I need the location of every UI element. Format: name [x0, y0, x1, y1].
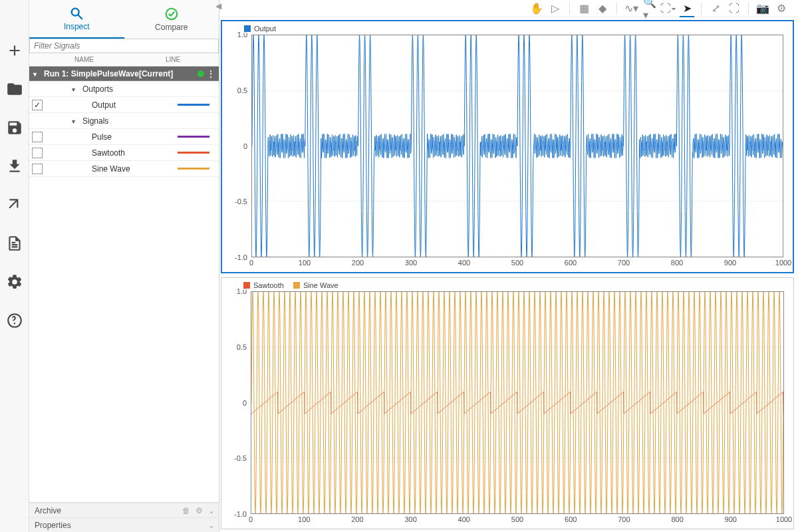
- signal-row-pulse[interactable]: Pulse: [29, 129, 219, 145]
- clear-plot-icon[interactable]: ◆: [597, 3, 608, 15]
- open-folder-icon[interactable]: [4, 78, 25, 100]
- import-icon[interactable]: [4, 156, 25, 177]
- signal-browser-panel: Inspect Compare NAME LINE Run 1: SimpleP…: [29, 0, 219, 532]
- column-name[interactable]: NAME: [43, 56, 166, 63]
- signal-columns-header: NAME LINE: [29, 53, 219, 66]
- pan-icon[interactable]: ✋: [531, 3, 543, 15]
- layout-grid-icon[interactable]: ▦: [578, 3, 590, 15]
- snapshot-icon[interactable]: 📷: [757, 3, 769, 15]
- gear-icon[interactable]: ⚙: [196, 506, 203, 515]
- compare-icon: [164, 7, 179, 21]
- group-signals-label: Signals: [82, 116, 108, 126]
- signal-row-output[interactable]: ✓ Output: [29, 97, 219, 113]
- properties-section[interactable]: Properties ⌄: [29, 517, 219, 532]
- run-row[interactable]: Run 1: SimplePulseWave[Current] ⋮: [29, 66, 219, 81]
- settings-icon[interactable]: [4, 271, 25, 293]
- signal-name: Pulse: [92, 132, 178, 142]
- report-icon[interactable]: [4, 233, 25, 254]
- export-icon[interactable]: [4, 194, 25, 215]
- tab-compare[interactable]: Compare: [124, 0, 219, 39]
- signal-row-sine[interactable]: Sine Wave: [29, 161, 219, 177]
- group-outports[interactable]: Outports: [29, 81, 219, 97]
- legend-label: Sine Wave: [303, 281, 338, 289]
- run-menu-icon[interactable]: ⋮: [206, 68, 215, 79]
- plot-bottom[interactable]: Sawtooth Sine Wave -1.0-0.500.51.0 01002…: [221, 277, 794, 529]
- signal-checkbox[interactable]: [32, 164, 43, 174]
- signal-checkbox[interactable]: [32, 132, 43, 142]
- pointer-icon[interactable]: ➤: [681, 3, 693, 15]
- group-signals[interactable]: Signals: [29, 113, 219, 129]
- fit-to-view-icon[interactable]: ⛶▾: [662, 3, 674, 15]
- trash-icon[interactable]: 🗑: [182, 506, 190, 515]
- archive-section[interactable]: Archive 🗑 ⚙ ⌄: [29, 503, 219, 517]
- group-outports-label: Outports: [82, 84, 113, 94]
- icon-rail: [0, 0, 29, 532]
- plot-legend: Sawtooth Sine Wave: [241, 281, 340, 290]
- signal-line-swatch[interactable]: [178, 104, 209, 106]
- signal-line-swatch[interactable]: [178, 168, 209, 170]
- tab-compare-label: Compare: [155, 23, 188, 32]
- legend-swatch: [243, 282, 250, 289]
- plot-top[interactable]: Output -1.0-0.500.51.0 01002003004005006…: [221, 20, 794, 273]
- signal-tree: Outports ✓ Output Signals Pulse Sawtooth: [29, 81, 219, 502]
- filter-signals-input[interactable]: [29, 39, 219, 53]
- legend-label: Sawtooth: [253, 281, 284, 289]
- properties-label: Properties: [35, 521, 71, 530]
- column-line[interactable]: LINE: [166, 56, 219, 63]
- signal-name: Sawtooth: [92, 148, 178, 158]
- collapse-panel-handle[interactable]: ◀: [215, 1, 221, 11]
- tab-inspect[interactable]: Inspect: [29, 0, 124, 39]
- legend-swatch: [293, 282, 300, 289]
- chevron-down-icon: [72, 116, 80, 126]
- stream-icon[interactable]: ▷: [549, 3, 561, 15]
- signal-line-swatch[interactable]: [178, 136, 209, 138]
- archive-label: Archive: [35, 506, 61, 515]
- plot-settings-icon[interactable]: ⚙: [775, 3, 787, 15]
- run-status-dot: [198, 70, 204, 77]
- zoom-icon[interactable]: 🔍▾: [644, 3, 656, 15]
- signal-name: Sine Wave: [92, 164, 178, 174]
- signal-name: Output: [92, 100, 178, 110]
- save-icon[interactable]: [4, 117, 25, 138]
- signal-checkbox[interactable]: ✓: [32, 100, 43, 110]
- plot-toolbar: ✋ ▷ ▦ ◆ ∿▾ 🔍▾ ⛶▾ ➤ ⤢ ⛶ 📷 ⚙: [219, 0, 798, 17]
- svg-line-1: [78, 15, 82, 19]
- legend-label: Output: [254, 25, 276, 33]
- expand-icon[interactable]: ⤢: [710, 3, 722, 15]
- inspect-icon: [69, 6, 84, 21]
- signal-row-sawtooth[interactable]: Sawtooth: [29, 145, 219, 161]
- plot-legend: Output: [242, 24, 278, 33]
- fullscreen-icon[interactable]: ⛶: [728, 3, 740, 15]
- chevron-down-icon[interactable]: ⌄: [208, 506, 215, 515]
- legend-swatch: [244, 25, 251, 32]
- signal-line-swatch[interactable]: [178, 152, 209, 154]
- add-icon[interactable]: [4, 40, 25, 61]
- run-label: Run 1: SimplePulseWave[Current]: [44, 69, 173, 78]
- signal-checkbox[interactable]: [32, 148, 43, 158]
- chevron-down-icon[interactable]: ⌄: [208, 521, 215, 530]
- chevron-down-icon: [72, 84, 80, 94]
- tab-inspect-label: Inspect: [64, 22, 90, 31]
- main-area: ◀ ✋ ▷ ▦ ◆ ∿▾ 🔍▾ ⛶▾ ➤ ⤢ ⛶: [219, 0, 798, 532]
- chevron-down-icon: [33, 69, 41, 78]
- cursor-measure-icon[interactable]: ∿▾: [625, 3, 637, 15]
- help-icon[interactable]: [4, 310, 25, 331]
